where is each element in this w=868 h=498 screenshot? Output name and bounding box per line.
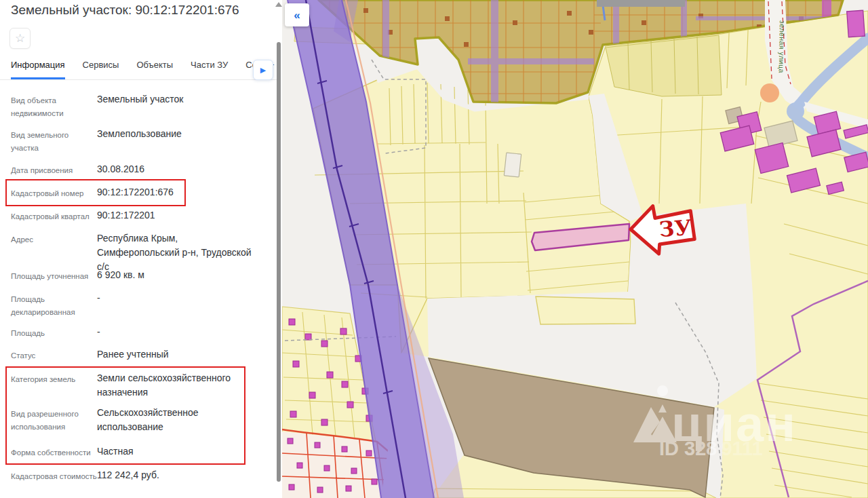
field-row: Вид разрешенного использованияСельскохоз… bbox=[11, 406, 271, 434]
info-panel: Земельный участок: 90:12:172201:676 ☆ Ин… bbox=[0, 0, 282, 498]
watermark-id-faint: 9111 bbox=[721, 438, 762, 459]
cadastral-map[interactable]: зелёная улица ЗУ bbox=[282, 0, 868, 498]
watermark-id: ID 328 bbox=[659, 438, 717, 459]
field-row: Категория земельЗемли сельскохозяйственн… bbox=[11, 371, 271, 400]
poi-orange-dot bbox=[760, 83, 779, 102]
field-row: Вид земельного участкаЗемлепользование bbox=[11, 127, 271, 155]
tabs-scroll-right-button[interactable]: ▶ bbox=[253, 60, 273, 80]
field-row-cadastral-number: Кадастровый номер90:12:172201:676 bbox=[11, 185, 271, 200]
field-row: Кадастровая стоимость112 242,4 руб. bbox=[11, 468, 271, 483]
field-row: Вид объекта недвижимостиЗемельный участо… bbox=[11, 92, 271, 120]
field-row: Форма собственностиЧастная bbox=[11, 444, 271, 459]
chevron-right-icon: ▶ bbox=[260, 66, 266, 74]
svg-text:ID 3289111: ID 3289111 bbox=[659, 438, 763, 459]
chevrons-left-icon: « bbox=[294, 9, 300, 21]
field-row: Площадь- bbox=[11, 325, 271, 340]
field-row: Площадь уточненная6 920 кв. м bbox=[11, 268, 271, 283]
page-title: Земельный участок: 90:12:172201:676 bbox=[11, 3, 279, 18]
tab-bar: Информация Сервисы Объекты Части ЗУ Сост… bbox=[11, 60, 263, 79]
app-window: { "panel": { "title": "Земельный участок… bbox=[0, 0, 868, 498]
scroll-up-arrow-icon[interactable] bbox=[275, 2, 282, 7]
field-row: Дата присвоения30.08.2016 bbox=[11, 162, 271, 177]
tab-services[interactable]: Сервисы bbox=[83, 60, 119, 79]
collapse-panel-button[interactable]: « bbox=[285, 3, 309, 26]
star-icon: ☆ bbox=[15, 33, 25, 44]
small-white-parcel bbox=[504, 153, 521, 177]
tab-objects[interactable]: Объекты bbox=[136, 60, 173, 79]
fields-list: Вид объекта недвижимостиЗемельный участо… bbox=[0, 80, 277, 498]
floating-parcel bbox=[536, 296, 635, 324]
tab-information[interactable]: Информация bbox=[11, 60, 65, 79]
field-row: СтатусРанее учтенный bbox=[11, 347, 271, 362]
tab-parcel-parts[interactable]: Части ЗУ bbox=[191, 60, 228, 79]
panel-scrollbar[interactable] bbox=[277, 42, 281, 482]
favorite-button[interactable]: ☆ bbox=[9, 28, 31, 49]
field-row: Кадастровый квартал90:12:172201 bbox=[11, 208, 271, 223]
field-row: Площадь декларированная- bbox=[11, 291, 271, 319]
target-label: ЗУ bbox=[658, 215, 692, 242]
street-name-label: зелёная улица bbox=[778, 20, 787, 73]
